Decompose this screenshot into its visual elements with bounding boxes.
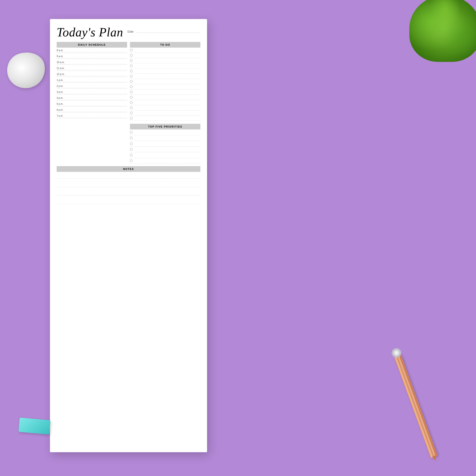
schedule-item-11am: 11 a.m. [57, 66, 127, 71]
priority-item-1[interactable] [130, 130, 200, 135]
planner-page: Today's Plan Date DAILY SCHEDULE 8 a.m. … [50, 19, 207, 452]
pen-decoration [394, 353, 438, 459]
todo-item-1[interactable] [130, 48, 200, 53]
priority-item-4[interactable] [130, 147, 200, 152]
todo-item-9[interactable] [130, 89, 200, 95]
todo-item-10[interactable] [130, 95, 200, 100]
eraser-decoration [18, 417, 51, 434]
todo-checkbox-7[interactable] [130, 80, 133, 83]
todo-item-3[interactable] [130, 58, 200, 63]
todo-item-5[interactable] [130, 68, 200, 74]
todo-item-14[interactable] [130, 116, 200, 121]
schedule-item-9am: 9 a.m. [57, 53, 127, 59]
crumpled-paper-decoration [3, 48, 49, 92]
priorities-header: TOP FIVE PRIORITIES [130, 124, 200, 130]
date-label: Date [128, 30, 135, 33]
todo-section: TO DO [130, 42, 200, 121]
todo-checkbox-11[interactable] [130, 101, 133, 104]
notes-line-2[interactable] [57, 183, 200, 187]
todo-item-7[interactable] [130, 79, 200, 84]
daily-schedule-header: DAILY SCHEDULE [57, 42, 127, 48]
priority-item-5[interactable] [130, 152, 200, 158]
schedule-item-1pm: 1 p.m. [57, 77, 127, 83]
todo-checkbox-5[interactable] [130, 70, 133, 72]
todo-item-4[interactable] [130, 63, 200, 68]
todo-checkbox-14[interactable] [130, 117, 133, 119]
todo-item-6[interactable] [130, 74, 200, 79]
todo-checkbox-1[interactable] [130, 49, 133, 51]
todo-item-11[interactable] [130, 100, 200, 105]
schedule-item-3pm: 3 p.m. [57, 89, 127, 95]
priority-checkbox-3[interactable] [130, 142, 133, 145]
priority-checkbox-1[interactable] [130, 131, 133, 134]
priority-checkbox-4[interactable] [130, 148, 133, 151]
todo-item-2[interactable] [130, 53, 200, 58]
todo-checkbox-10[interactable] [130, 96, 133, 99]
planner-title: Today's Plan [57, 26, 123, 38]
daily-schedule-section: DAILY SCHEDULE 8 a.m. 9 a.m. 10 a.m. [57, 42, 127, 164]
notes-section: NOTES [57, 166, 200, 204]
todo-checkbox-3[interactable] [130, 59, 133, 62]
notes-header: NOTES [57, 166, 200, 172]
todo-item-12[interactable] [130, 105, 200, 110]
priority-checkbox-6[interactable] [130, 159, 133, 162]
schedule-item-8am: 8 a.m. [57, 48, 127, 53]
date-input-line[interactable] [136, 33, 200, 33]
todo-checkbox-9[interactable] [130, 91, 133, 93]
priorities-section: TOP FIVE PRIORITIES [130, 124, 200, 164]
priority-item-2[interactable] [130, 135, 200, 141]
priority-item-3[interactable] [130, 141, 200, 147]
todo-checkbox-4[interactable] [130, 65, 133, 67]
todo-checkbox-12[interactable] [130, 106, 133, 109]
todo-checkbox-13[interactable] [130, 112, 133, 114]
schedule-item-2pm: 2 p.m. [57, 83, 127, 89]
schedule-item-10am: 10 a.m. [57, 60, 127, 65]
todo-checkbox-8[interactable] [130, 85, 133, 88]
todo-checkbox-2[interactable] [130, 54, 133, 57]
priority-checkbox-5[interactable] [130, 154, 133, 156]
todo-checkbox-6[interactable] [130, 75, 133, 78]
notes-line-1[interactable] [57, 174, 200, 178]
schedule-item-4pm: 4 p.m. [57, 95, 127, 101]
priority-item-6[interactable] [130, 158, 200, 164]
schedule-item-7pm: 7 p.m. [57, 113, 127, 119]
schedule-item-12pm: 12 p.m. [57, 71, 127, 77]
succulent-decoration [409, 0, 476, 62]
schedule-item-6pm: 6 p.m. [57, 107, 127, 113]
todo-item-8[interactable] [130, 84, 200, 89]
right-column: TO DO [130, 42, 200, 164]
priority-checkbox-2[interactable] [130, 136, 133, 139]
schedule-item-5pm: 5 p.m. [57, 101, 127, 107]
todo-item-13[interactable] [130, 110, 200, 116]
notes-line-4[interactable] [57, 200, 200, 204]
todo-header: TO DO [130, 42, 200, 48]
notes-line-3[interactable] [57, 191, 200, 196]
